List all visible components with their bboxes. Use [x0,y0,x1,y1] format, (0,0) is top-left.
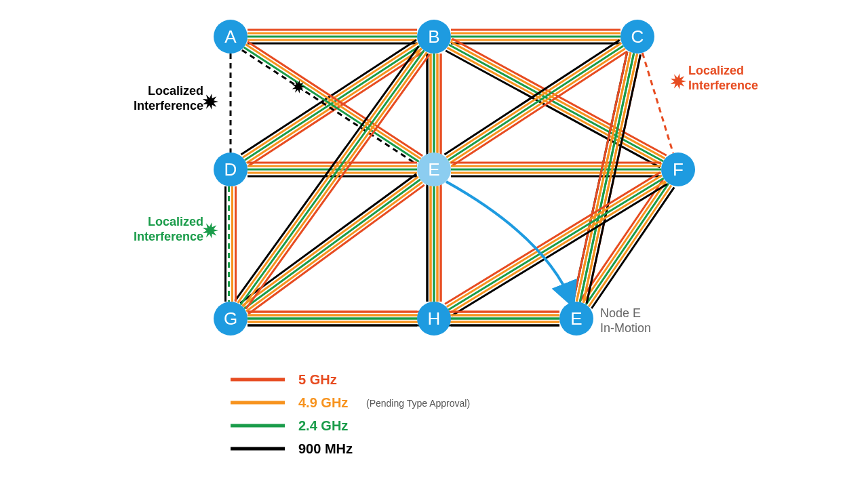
link-segment [642,53,673,153]
legend: 5 GHz4.9 GHz(Pending Type Approval)2.4 G… [231,372,470,456]
legend-label: 4.9 GHz [298,395,348,410]
link-segment [248,52,423,166]
link-segment [242,177,418,306]
link-segment [450,49,625,163]
interference-star [203,94,218,110]
node-label-f: F [673,159,684,180]
interference-label-red: LocalizedInterference [688,64,758,92]
link-segment [246,182,422,311]
node-label-e2: E [570,308,582,329]
link-segment [244,180,420,308]
node-label-a: A [224,26,237,47]
legend-label: 900 MHz [298,441,353,456]
legend-label: 2.4 GHz [298,418,348,433]
node-label-h: H [428,308,441,329]
labels-layer: LocalizedInterferenceLocalizedInterferen… [134,64,758,335]
interference-label-green: LocalizedInterference [134,215,203,243]
node-label-d: D [224,159,237,180]
link-segment [248,185,425,314]
link-segment [580,53,633,302]
link-segment [452,39,667,155]
interference-label-black: LocalizedInterference [134,84,203,113]
legend-note: (Pending Type Approval) [366,398,470,409]
node-label-b: B [428,26,439,47]
link-segment [446,43,621,157]
node-label-g: G [224,308,237,329]
node-label-e: E [428,159,439,180]
link-segment [587,55,640,304]
link-segment [243,52,427,306]
diagram-canvas: ABCDEFGHE 5 GHz4.9 GHz(Pending Type Appr… [0,0,868,488]
motion-label: Node EIn-Motion [600,306,651,335]
legend-label: 5 GHz [298,372,337,387]
interference-star [203,222,218,239]
links-layer [226,30,675,325]
interference-star [671,73,686,89]
link-segment [241,50,425,304]
node-label-c: C [631,26,644,47]
link-segment [583,54,637,302]
